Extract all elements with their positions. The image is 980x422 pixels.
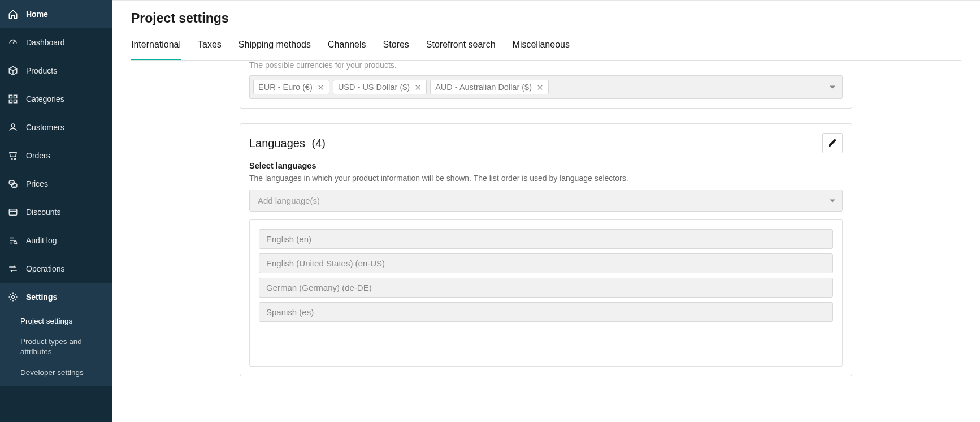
sidebar-item-label: Customers bbox=[26, 123, 64, 132]
page-title: Project settings bbox=[131, 11, 961, 26]
package-icon bbox=[8, 66, 18, 76]
languages-card-head: Languages (4) bbox=[249, 133, 843, 153]
tabs: International Taxes Shipping methods Cha… bbox=[131, 40, 961, 61]
currencies-select[interactable]: EUR - Euro (€) USD - US Dollar ($) AUD -… bbox=[249, 75, 843, 99]
home-icon bbox=[8, 9, 18, 19]
svg-point-7 bbox=[9, 180, 14, 183]
sidebar-item-discounts[interactable]: Discounts bbox=[0, 198, 112, 226]
svg-rect-1 bbox=[14, 95, 17, 98]
gear-icon bbox=[8, 292, 18, 302]
add-language-select[interactable]: Add language(s) bbox=[249, 190, 843, 212]
sidebar-item-label: Audit log bbox=[26, 236, 57, 245]
sidebar-item-products[interactable]: Products bbox=[0, 57, 112, 85]
tab-storefront-search[interactable]: Storefront search bbox=[426, 40, 496, 60]
sidebar-item-label: Products bbox=[26, 66, 57, 75]
sidebar: Home Dashboard Products Categories Custo… bbox=[0, 0, 112, 422]
languages-title: Languages (4) bbox=[249, 137, 326, 150]
edit-button[interactable] bbox=[822, 133, 843, 153]
language-row[interactable]: English (United States) (en-US) bbox=[259, 253, 833, 273]
content-scroll[interactable]: The possible currencies for your product… bbox=[112, 61, 980, 422]
close-icon[interactable] bbox=[414, 84, 422, 91]
language-row[interactable]: German (Germany) (de-DE) bbox=[259, 278, 833, 298]
sidebar-item-label: Settings bbox=[26, 292, 57, 302]
chip-label: EUR - Euro (€) bbox=[258, 83, 313, 92]
sidebar-item-categories[interactable]: Categories bbox=[0, 85, 112, 113]
languages-count: (4) bbox=[312, 137, 326, 149]
currencies-helper: The possible currencies for your product… bbox=[249, 61, 843, 70]
add-language-placeholder: Add language(s) bbox=[258, 196, 320, 205]
tab-taxes[interactable]: Taxes bbox=[198, 40, 222, 60]
svg-rect-3 bbox=[14, 100, 17, 103]
card-icon bbox=[8, 207, 18, 217]
tab-misc[interactable]: Miscellaneous bbox=[513, 40, 570, 60]
currency-chip: USD - US Dollar ($) bbox=[333, 80, 427, 94]
sidebar-item-customers[interactable]: Customers bbox=[0, 113, 112, 141]
svg-point-4 bbox=[11, 124, 15, 127]
svg-point-5 bbox=[11, 158, 12, 160]
grid-icon bbox=[8, 94, 18, 104]
close-icon[interactable] bbox=[536, 84, 544, 91]
sidebar-item-label: Categories bbox=[26, 94, 64, 104]
tab-channels[interactable]: Channels bbox=[328, 40, 366, 60]
sidebar-item-label: Home bbox=[26, 10, 48, 19]
sidebar-item-operations[interactable]: Operations bbox=[0, 255, 112, 283]
sidebar-sub-project-settings[interactable]: Project settings bbox=[0, 311, 112, 331]
sidebar-item-label: Discounts bbox=[26, 208, 60, 217]
search-list-icon bbox=[8, 235, 18, 246]
cart-icon bbox=[8, 150, 18, 161]
sidebar-item-home[interactable]: Home bbox=[0, 0, 112, 28]
currencies-card: The possible currencies for your product… bbox=[240, 61, 852, 109]
tab-stores[interactable]: Stores bbox=[383, 40, 409, 60]
languages-title-text: Languages bbox=[249, 137, 305, 149]
sidebar-item-prices[interactable]: Prices bbox=[0, 170, 112, 198]
sidebar-item-audit[interactable]: Audit log bbox=[0, 226, 112, 255]
sidebar-sub-product-types[interactable]: Product types and attributes bbox=[0, 331, 112, 362]
languages-desc: The languages in which your product info… bbox=[249, 174, 843, 183]
close-icon[interactable] bbox=[317, 84, 324, 91]
tab-international[interactable]: International bbox=[131, 40, 181, 60]
main-area: Project settings International Taxes Shi… bbox=[112, 0, 980, 422]
languages-list: English (en) English (United States) (en… bbox=[249, 219, 843, 367]
sidebar-item-label: Operations bbox=[26, 264, 64, 273]
languages-card: Languages (4) Select languages The langu… bbox=[240, 123, 852, 376]
chip-label: AUD - Australian Dollar ($) bbox=[435, 83, 532, 92]
svg-point-11 bbox=[12, 296, 15, 299]
tab-shipping[interactable]: Shipping methods bbox=[239, 40, 311, 60]
svg-rect-2 bbox=[9, 100, 12, 103]
sidebar-sub-developer-settings[interactable]: Developer settings bbox=[0, 363, 112, 383]
chevron-down-icon[interactable] bbox=[830, 199, 835, 202]
languages-label: Select languages bbox=[249, 161, 843, 170]
sidebar-item-orders[interactable]: Orders bbox=[0, 141, 112, 170]
sidebar-item-settings[interactable]: Settings bbox=[0, 283, 112, 311]
sidebar-item-dashboard[interactable]: Dashboard bbox=[0, 28, 112, 57]
svg-point-6 bbox=[15, 158, 16, 160]
pencil-icon bbox=[827, 138, 838, 148]
language-row[interactable]: Spanish (es) bbox=[259, 302, 833, 322]
sidebar-settings-submenu: Project settings Product types and attri… bbox=[0, 311, 112, 386]
svg-rect-9 bbox=[9, 209, 17, 216]
svg-rect-0 bbox=[9, 95, 12, 98]
sidebar-item-label: Orders bbox=[26, 151, 50, 160]
content: The possible currencies for your product… bbox=[240, 61, 852, 399]
gauge-icon bbox=[8, 37, 18, 48]
currency-chip: AUD - Australian Dollar ($) bbox=[430, 80, 549, 94]
chevron-down-icon[interactable] bbox=[830, 86, 835, 89]
user-icon bbox=[8, 122, 18, 132]
arrows-icon bbox=[8, 264, 18, 274]
sidebar-item-label: Prices bbox=[26, 179, 48, 188]
chip-label: USD - US Dollar ($) bbox=[338, 83, 410, 92]
coins-icon bbox=[8, 179, 18, 189]
page-header: Project settings International Taxes Shi… bbox=[112, 1, 980, 61]
sidebar-item-label: Dashboard bbox=[26, 38, 65, 47]
language-row[interactable]: English (en) bbox=[259, 229, 833, 249]
currency-chip: EUR - Euro (€) bbox=[253, 80, 329, 94]
